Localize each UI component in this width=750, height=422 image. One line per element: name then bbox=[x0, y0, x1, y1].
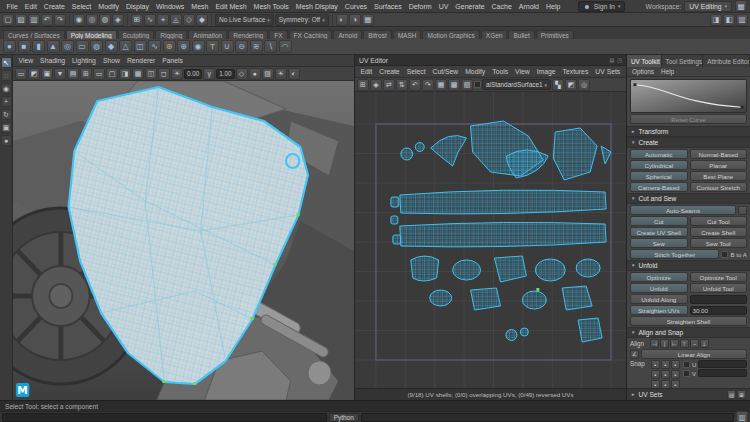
snap-top-icon[interactable]: ▪ bbox=[661, 360, 670, 369]
snap-top-right-icon[interactable]: ▪ bbox=[671, 360, 680, 369]
boolean-union-icon[interactable]: ∪ bbox=[221, 40, 234, 53]
poly-cylinder-icon[interactable]: ▮ bbox=[32, 40, 45, 53]
b-to-a-checkbox[interactable] bbox=[721, 251, 728, 258]
select-hierarchy-icon[interactable]: ◉ bbox=[73, 14, 85, 26]
uv-distortion-icon[interactable]: ◩ bbox=[565, 79, 577, 91]
spherical-button[interactable]: Spherical bbox=[630, 171, 688, 181]
snap-view-plane-icon[interactable]: ◇ bbox=[183, 14, 195, 26]
live-surface-dropdown[interactable]: No Live Surface ▾ bbox=[215, 14, 274, 26]
snap-left-icon[interactable]: ▪ bbox=[651, 370, 660, 379]
bookmarks-icon[interactable]: ▼ bbox=[54, 68, 66, 80]
select-object-icon[interactable]: ◎ bbox=[86, 14, 98, 26]
flip-v-icon[interactable]: ⇅ bbox=[396, 79, 408, 91]
boolean-difference-icon[interactable]: ⊖ bbox=[235, 40, 248, 53]
gamma-field[interactable]: 1.00 bbox=[216, 69, 234, 79]
poly-superellipse-icon[interactable]: ◉ bbox=[192, 40, 205, 53]
menu-item[interactable]: Edit bbox=[21, 3, 40, 10]
align-max-v-icon[interactable]: ⊤ bbox=[680, 339, 689, 348]
uv-editor-menu-item[interactable]: Help bbox=[624, 68, 626, 75]
menu-item[interactable]: Select bbox=[68, 3, 94, 10]
workspace-options-icon[interactable]: ▦ bbox=[735, 0, 747, 12]
align-center-v-icon[interactable]: − bbox=[690, 339, 699, 348]
cut-tool-button[interactable]: Cut Tool bbox=[690, 216, 748, 226]
select-component-icon[interactable]: ◍ bbox=[99, 14, 111, 26]
shaded-mode-icon[interactable]: ● bbox=[249, 68, 261, 80]
cylindrical-button[interactable]: Cylindrical bbox=[630, 160, 688, 170]
viewport-menu-item[interactable]: Renderer bbox=[123, 57, 158, 64]
smooth-icon[interactable]: ◠ bbox=[279, 40, 292, 53]
align-min-u-icon[interactable]: ⊣ bbox=[650, 339, 659, 348]
poly-cube-icon[interactable]: ■ bbox=[18, 40, 31, 53]
sidebar-channel-box-icon[interactable]: ▥ bbox=[736, 14, 748, 26]
workspace-dropdown[interactable]: UV Editing ▾ bbox=[684, 1, 732, 12]
paint-select-tool-icon[interactable]: ◉ bbox=[1, 83, 12, 94]
poly-cone-icon[interactable]: ▲ bbox=[47, 40, 60, 53]
menu-item[interactable]: File bbox=[3, 3, 21, 10]
menu-item[interactable]: Windows bbox=[152, 3, 187, 10]
uv-set-editor-icon[interactable]: ▤ bbox=[727, 390, 736, 399]
contour-stretch-button[interactable]: Contour Stretch bbox=[690, 182, 748, 192]
image-plane-icon[interactable]: ▤ bbox=[67, 68, 79, 80]
render-settings-icon[interactable]: ▦ bbox=[362, 14, 374, 26]
shelf-tab-bullet[interactable]: Bullet bbox=[508, 30, 534, 39]
viewport-menu-item[interactable]: Shading bbox=[37, 57, 69, 64]
isolate-select-icon[interactable]: ◎ bbox=[578, 79, 590, 91]
linear-align-icon[interactable]: ∠ bbox=[630, 350, 639, 359]
tab-uv-toolkit[interactable]: UV Toolkit bbox=[627, 55, 662, 67]
make-live-icon[interactable]: ◆ bbox=[196, 14, 208, 26]
highlight-selection-icon[interactable]: ◈ bbox=[112, 14, 124, 26]
viewport-scene[interactable]: M bbox=[13, 81, 354, 400]
field-chart-icon[interactable]: ▩ bbox=[132, 68, 144, 80]
lasso-tool-icon[interactable]: ◌ bbox=[1, 70, 12, 81]
menu-item[interactable]: Display bbox=[122, 3, 152, 10]
combine-icon[interactable]: ≋ bbox=[250, 40, 263, 53]
tab-tool-settings[interactable]: Tool Settings bbox=[662, 55, 704, 67]
unfold-along-button[interactable]: Unfold Along bbox=[630, 294, 688, 304]
sidebar-tool-settings-icon[interactable]: ◧ bbox=[723, 14, 735, 26]
uv-space[interactable] bbox=[355, 92, 626, 388]
ipr-render-icon[interactable]: ◑ bbox=[349, 14, 361, 26]
section-unfold[interactable]: ▼ Unfold bbox=[627, 260, 750, 271]
lock-camera-icon[interactable]: ◩ bbox=[28, 68, 40, 80]
safe-action-icon[interactable]: ◫ bbox=[145, 68, 157, 80]
straighten-angle-field[interactable]: 30.00 bbox=[690, 306, 748, 315]
poly-text-icon[interactable]: T bbox=[206, 40, 219, 53]
uv-editor-menu-item[interactable]: Create bbox=[376, 68, 403, 75]
tab-attribute-editor[interactable]: Attribute Editor bbox=[703, 55, 750, 67]
select-camera-icon[interactable]: ▭ bbox=[15, 68, 27, 80]
falloff-curve[interactable] bbox=[630, 79, 747, 113]
create-uv-shell-button[interactable]: Create UV Shell bbox=[630, 227, 688, 237]
shelf-tab-motion-graphics[interactable]: Motion Graphics bbox=[422, 30, 479, 39]
shelf-tab-fx-caching[interactable]: FX Caching bbox=[289, 30, 333, 39]
wireframe-mode-icon[interactable]: ◇ bbox=[236, 68, 248, 80]
view-grid-icon[interactable]: ⊞ bbox=[80, 68, 92, 80]
menu-item[interactable]: Generate bbox=[452, 3, 488, 10]
gamma-icon[interactable]: γ bbox=[203, 68, 215, 80]
cut-button[interactable]: Cut bbox=[630, 216, 688, 226]
snap-right-icon[interactable]: ▪ bbox=[671, 370, 680, 379]
toolkit-menu-item[interactable]: Options bbox=[632, 68, 654, 75]
straighten-uvs-button[interactable]: Straighten UVs bbox=[630, 305, 688, 315]
viewport-menu-item[interactable]: Show bbox=[99, 57, 123, 64]
shelf-tab-poly-modeling[interactable]: Poly Modeling bbox=[66, 30, 117, 39]
planar-button[interactable]: Planar bbox=[690, 160, 748, 170]
menu-item[interactable]: Surfaces bbox=[371, 3, 406, 10]
redo-icon[interactable]: ↷ bbox=[54, 14, 66, 26]
uv-editor-menu-item[interactable]: Edit bbox=[357, 68, 376, 75]
section-cut-and-sew[interactable]: ▼ Cut and Sew bbox=[627, 193, 750, 204]
section-create[interactable]: ▼ Create bbox=[627, 137, 750, 148]
flip-u-icon[interactable]: ⇄ bbox=[383, 79, 395, 91]
exposure-field[interactable]: 0.00 bbox=[184, 69, 202, 79]
automatic-button[interactable]: Automatic bbox=[630, 149, 688, 159]
float-panel-icon[interactable]: ◳ bbox=[617, 57, 622, 63]
menu-item[interactable]: Edit Mesh bbox=[212, 3, 250, 10]
new-scene-icon[interactable]: ▢ bbox=[2, 14, 14, 26]
new-uv-set-icon[interactable]: ⊞ bbox=[737, 390, 746, 399]
shelf-tab-sculpting[interactable]: Sculpting bbox=[118, 30, 155, 39]
save-scene-icon[interactable]: ▥ bbox=[28, 14, 40, 26]
auto-seams-options-icon[interactable] bbox=[738, 206, 747, 215]
poly-disc-icon[interactable]: ◍ bbox=[90, 40, 103, 53]
uv-editor-menu-item[interactable]: Select bbox=[403, 68, 429, 75]
textured-mode-icon[interactable]: ▨ bbox=[262, 68, 274, 80]
align-max-u-icon[interactable]: ⊢ bbox=[670, 339, 679, 348]
